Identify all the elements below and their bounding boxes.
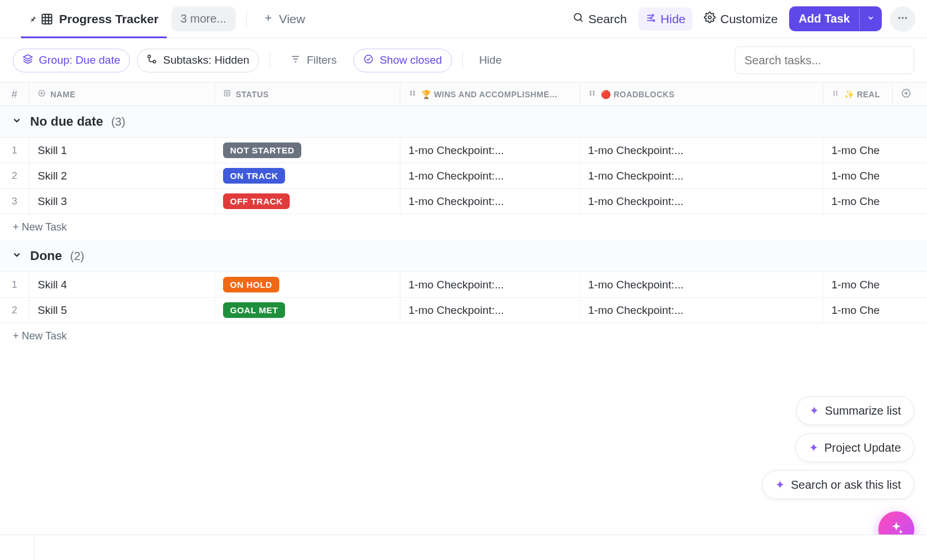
bottom-rail (0, 535, 927, 560)
svg-point-7 (902, 17, 903, 19)
add-column-button[interactable] (892, 83, 919, 105)
status-icon (223, 89, 231, 99)
layers-icon (23, 54, 33, 67)
filter-icon (290, 54, 301, 67)
add-view-button[interactable]: View (257, 8, 311, 31)
chevron-down-icon[interactable] (12, 115, 22, 128)
subtasks-icon (147, 54, 157, 67)
cell-wins[interactable]: 1-mo Checkpoint:... (400, 272, 579, 297)
new-task-button[interactable]: + New Task (0, 323, 927, 349)
cell-roadblocks[interactable]: 1-mo Checkpoint:... (579, 163, 823, 188)
table-row[interactable]: 3Skill 3OFF TRACK1-mo Checkpoint:...1-mo… (0, 189, 927, 214)
gear-icon (704, 12, 716, 26)
status-badge: GOAL MET (223, 302, 285, 318)
row-number: 2 (0, 305, 29, 316)
cell-name[interactable]: Skill 4 (29, 272, 214, 297)
plus-circle-icon (901, 88, 911, 100)
ai-summarize-button[interactable]: ✦ Summarize list (796, 396, 914, 425)
group-header[interactable]: Done(2) (0, 240, 927, 272)
svg-point-8 (905, 17, 907, 19)
chevron-down-icon[interactable] (12, 250, 22, 262)
svg-point-10 (154, 60, 156, 63)
customize-button[interactable]: Customize (697, 7, 784, 31)
check-circle-icon (363, 54, 374, 67)
cell-realizations[interactable]: 1-mo Che (823, 189, 915, 214)
view-title: Progress Tracker (59, 12, 159, 26)
group-count: (2) (70, 250, 84, 263)
cell-name[interactable]: Skill 5 (29, 298, 214, 323)
cell-name[interactable]: Skill 1 (29, 138, 214, 163)
cell-wins[interactable]: 1-mo Checkpoint:... (400, 138, 579, 163)
table-icon (41, 13, 53, 25)
cell-roadblocks[interactable]: 1-mo Checkpoint:... (579, 272, 823, 297)
add-task-dropdown[interactable] (859, 8, 882, 30)
new-task-button[interactable]: + New Task (0, 214, 927, 240)
row-number: 1 (0, 145, 29, 156)
cell-roadblocks[interactable]: 1-mo Checkpoint:... (579, 298, 823, 323)
col-wins[interactable]: 🏆 WINS AND ACCOMPLISHME… (400, 83, 579, 105)
svg-rect-0 (42, 14, 52, 24)
table-row[interactable]: 2Skill 5GOAL MET1-mo Checkpoint:...1-mo … (0, 298, 927, 323)
header-search-button[interactable]: Search (565, 7, 634, 31)
cell-wins[interactable]: 1-mo Checkpoint:... (400, 189, 579, 214)
svg-point-11 (364, 55, 373, 63)
cell-status[interactable]: OFF TRACK (214, 189, 400, 214)
add-task-button[interactable]: Add Task (789, 6, 882, 31)
status-badge: NOT STARTED (223, 142, 301, 158)
cell-realizations[interactable]: 1-mo Che (823, 163, 915, 188)
sparkle-icon: ✦ (809, 441, 819, 455)
cell-status[interactable]: ON TRACK (214, 163, 400, 188)
svg-point-5 (709, 16, 711, 19)
col-realizations[interactable]: ✨ REAL (823, 83, 892, 105)
header-hide-button[interactable]: Hide (638, 8, 692, 31)
ai-project-update-button[interactable]: ✦ Project Update (795, 433, 914, 462)
header-more-menu[interactable] (890, 6, 915, 32)
text-col-icon (831, 89, 840, 99)
sparkle-icon: ✦ (775, 478, 785, 492)
cell-realizations[interactable]: 1-mo Che (823, 272, 915, 297)
cell-name[interactable]: Skill 3 (29, 189, 214, 214)
add-view-label: View (279, 12, 305, 26)
app-header: Progress Tracker 3 more... View Search H… (0, 0, 927, 38)
table-row[interactable]: 1Skill 1NOT STARTED1-mo Checkpoint:...1-… (0, 138, 927, 163)
cell-roadblocks[interactable]: 1-mo Checkpoint:... (579, 189, 823, 214)
filters-chip[interactable]: Filters (280, 49, 346, 72)
sort-icon (38, 89, 46, 99)
cell-wins[interactable]: 1-mo Checkpoint:... (400, 163, 579, 188)
cell-status[interactable]: GOAL MET (214, 298, 400, 323)
status-badge: OFF TRACK (223, 193, 290, 209)
cell-roadblocks[interactable]: 1-mo Checkpoint:... (579, 138, 823, 163)
cell-status[interactable]: ON HOLD (214, 272, 400, 297)
cell-status[interactable]: NOT STARTED (214, 138, 400, 163)
group-chip[interactable]: Group: Due date (13, 49, 130, 72)
divider (269, 52, 270, 69)
divider (462, 52, 463, 69)
group-name: Done (30, 248, 62, 263)
task-search-input[interactable] (735, 46, 914, 74)
more-views-pill[interactable]: 3 more... (171, 6, 236, 31)
cell-name[interactable]: Skill 2 (29, 163, 214, 188)
cell-realizations[interactable]: 1-mo Che (823, 298, 915, 323)
view-tab-progress-tracker[interactable]: Progress Tracker (21, 0, 167, 38)
subtasks-chip[interactable]: Subtasks: Hidden (137, 49, 259, 72)
cell-wins[interactable]: 1-mo Checkpoint:... (400, 298, 579, 323)
cell-realizations[interactable]: 1-mo Che (823, 138, 915, 163)
show-closed-chip[interactable]: Show closed (353, 49, 452, 72)
sparkle-icon: ✦ (809, 404, 819, 418)
table-row[interactable]: 1Skill 4ON HOLD1-mo Checkpoint:...1-mo C… (0, 272, 927, 298)
col-roadblocks[interactable]: 🔴 ROADBLOCKS (579, 83, 823, 105)
status-badge: ON TRACK (223, 168, 285, 184)
table-row[interactable]: 2Skill 2ON TRACK1-mo Checkpoint:...1-mo … (0, 163, 927, 189)
svg-point-4 (653, 20, 655, 21)
bottom-rail-cell (0, 535, 35, 560)
svg-point-3 (650, 17, 652, 19)
col-name[interactable]: NAME (29, 83, 214, 105)
ai-search-ask-button[interactable]: ✦ Search or ask this list (762, 470, 914, 499)
toolbar-hide-button[interactable]: Hide (473, 49, 508, 71)
group-header[interactable]: No due date(3) (0, 106, 927, 138)
text-col-icon (408, 89, 417, 99)
svg-point-1 (574, 13, 581, 20)
row-number: 3 (0, 196, 29, 207)
search-icon (572, 12, 584, 26)
col-status[interactable]: STATUS (214, 83, 400, 105)
